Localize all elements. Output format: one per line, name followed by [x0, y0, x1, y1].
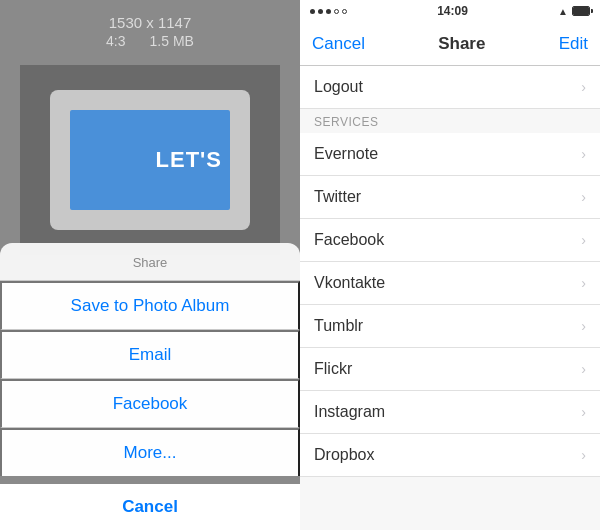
dot-1 — [310, 9, 315, 14]
list-item-label: Vkontakte — [314, 274, 385, 292]
email-button[interactable]: Email — [0, 330, 300, 379]
signal-dots — [310, 9, 347, 14]
list-item-facebook[interactable]: Facebook› — [300, 219, 600, 262]
list-item-logout[interactable]: Logout› — [300, 66, 600, 109]
photo-ratio: 4:3 — [106, 33, 125, 49]
list-item-flickr[interactable]: Flickr› — [300, 348, 600, 391]
lets-label: LET'S — [156, 147, 222, 173]
share-sheet: Share Save to Photo Album Email Facebook… — [0, 243, 300, 530]
services-list: Logout›SERVICESEvernote›Twitter›Facebook… — [300, 66, 600, 530]
list-item-vkontakte[interactable]: Vkontakte› — [300, 262, 600, 305]
chevron-right-icon: › — [581, 189, 586, 205]
section-header-services: SERVICES — [300, 109, 600, 133]
chevron-right-icon: › — [581, 232, 586, 248]
dot-2 — [318, 9, 323, 14]
chevron-right-icon: › — [581, 146, 586, 162]
status-right: ▲ — [558, 6, 590, 17]
right-panel: 14:09 ▲ Cancel Share Edit Logout›SERVICE… — [300, 0, 600, 530]
left-panel: 1530 x 1147 4:3 1.5 MB LET'S Share Save … — [0, 0, 300, 530]
chevron-right-icon: › — [581, 318, 586, 334]
chevron-right-icon: › — [581, 361, 586, 377]
status-bar: 14:09 ▲ — [300, 0, 600, 22]
facebook-share-button[interactable]: Facebook — [0, 379, 300, 428]
chevron-right-icon: › — [581, 447, 586, 463]
battery-icon — [572, 6, 590, 16]
list-item-label: Facebook — [314, 231, 384, 249]
nav-edit-button[interactable]: Edit — [559, 34, 588, 54]
wifi-icon: ▲ — [558, 6, 568, 17]
photo-dimensions: 1530 x 1147 — [106, 14, 194, 31]
nav-bar: Cancel Share Edit — [300, 22, 600, 66]
dot-4 — [334, 9, 339, 14]
list-item-label: Instagram — [314, 403, 385, 421]
list-item-label: Tumblr — [314, 317, 363, 335]
chevron-right-icon: › — [581, 79, 586, 95]
nav-title: Share — [438, 34, 485, 54]
chevron-right-icon: › — [581, 275, 586, 291]
chevron-right-icon: › — [581, 404, 586, 420]
dot-3 — [326, 9, 331, 14]
list-item-dropbox[interactable]: Dropbox› — [300, 434, 600, 477]
list-item-twitter[interactable]: Twitter› — [300, 176, 600, 219]
share-cancel-button[interactable]: Cancel — [0, 484, 300, 530]
save-to-photo-album-button[interactable]: Save to Photo Album — [0, 281, 300, 330]
photo-info: 1530 x 1147 4:3 1.5 MB — [106, 0, 194, 57]
status-time: 14:09 — [437, 4, 468, 18]
battery-fill — [573, 7, 589, 15]
list-item-label: Evernote — [314, 145, 378, 163]
share-sheet-inner: Share Save to Photo Album Email Facebook… — [0, 243, 300, 476]
list-item-label: Flickr — [314, 360, 352, 378]
laptop-screen: LET'S — [70, 110, 230, 210]
photo-size: 1.5 MB — [150, 33, 194, 49]
list-item-instagram[interactable]: Instagram› — [300, 391, 600, 434]
nav-cancel-button[interactable]: Cancel — [312, 34, 365, 54]
list-item-label: Logout — [314, 78, 363, 96]
share-sheet-title: Share — [0, 243, 300, 281]
laptop-image: LET'S — [50, 90, 250, 230]
dot-5 — [342, 9, 347, 14]
list-item-label: Twitter — [314, 188, 361, 206]
photo-preview: LET'S — [20, 65, 280, 255]
list-item-label: Dropbox — [314, 446, 374, 464]
more-button[interactable]: More... — [0, 428, 300, 476]
list-item-evernote[interactable]: Evernote› — [300, 133, 600, 176]
list-item-tumblr[interactable]: Tumblr› — [300, 305, 600, 348]
